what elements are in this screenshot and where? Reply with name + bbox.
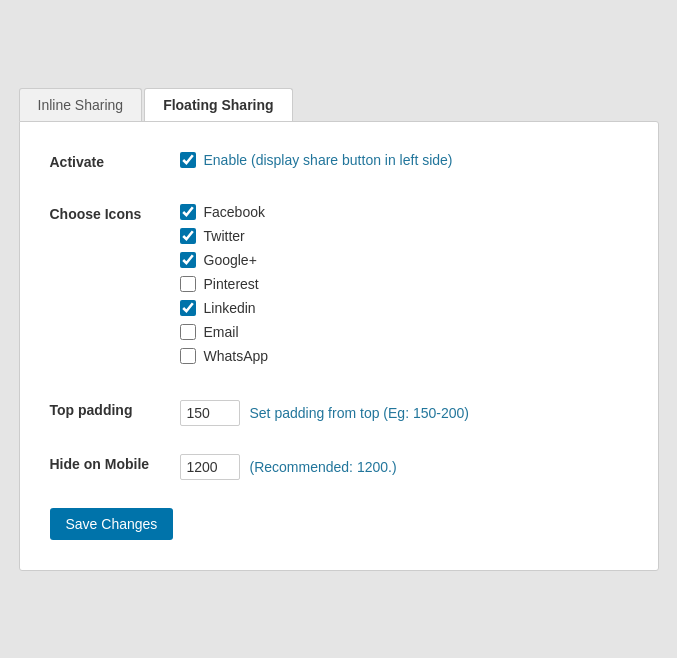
icon-facebook-item: Facebook [180, 204, 628, 220]
save-button-row: Save Changes [50, 508, 628, 540]
icons-list: Facebook Twitter Google+ Pinterest Linke… [180, 204, 628, 372]
icon-pinterest-label: Pinterest [204, 276, 259, 292]
icon-twitter-checkbox[interactable] [180, 228, 196, 244]
icon-googleplus-label: Google+ [204, 252, 257, 268]
icon-googleplus-item: Google+ [180, 252, 628, 268]
choose-icons-label: Choose Icons [50, 204, 180, 222]
icon-pinterest-item: Pinterest [180, 276, 628, 292]
icon-twitter-label: Twitter [204, 228, 245, 244]
icon-linkedin-checkbox[interactable] [180, 300, 196, 316]
icon-linkedin-label: Linkedin [204, 300, 256, 316]
tab-inline-sharing[interactable]: Inline Sharing [19, 88, 143, 121]
hide-on-mobile-content: (Recommended: 1200.) [180, 454, 628, 480]
save-button[interactable]: Save Changes [50, 508, 174, 540]
icon-email-label: Email [204, 324, 239, 340]
icon-whatsapp-checkbox[interactable] [180, 348, 196, 364]
top-padding-input[interactable] [180, 400, 240, 426]
activate-checkbox-item: Enable (display share button in left sid… [180, 152, 628, 168]
icon-facebook-checkbox[interactable] [180, 204, 196, 220]
icon-twitter-item: Twitter [180, 228, 628, 244]
hide-on-mobile-input[interactable] [180, 454, 240, 480]
icon-facebook-label: Facebook [204, 204, 265, 220]
top-padding-hint: Set padding from top (Eg: 150-200) [250, 405, 469, 421]
page-wrapper: Inline Sharing Floating Sharing Activate… [9, 78, 669, 581]
top-padding-label: Top padding [50, 400, 180, 418]
icon-whatsapp-label: WhatsApp [204, 348, 269, 364]
icon-googleplus-checkbox[interactable] [180, 252, 196, 268]
icon-whatsapp-item: WhatsApp [180, 348, 628, 364]
activate-content: Enable (display share button in left sid… [180, 152, 628, 176]
icon-linkedin-item: Linkedin [180, 300, 628, 316]
activate-row: Activate Enable (display share button in… [50, 152, 628, 176]
choose-icons-row: Choose Icons Facebook Twitter Google+ [50, 204, 628, 372]
icon-pinterest-checkbox[interactable] [180, 276, 196, 292]
hide-on-mobile-label: Hide on Mobile [50, 454, 180, 472]
top-padding-row: Top padding Set padding from top (Eg: 15… [50, 400, 628, 426]
floating-sharing-panel: Activate Enable (display share button in… [19, 121, 659, 571]
top-padding-content: Set padding from top (Eg: 150-200) [180, 400, 628, 426]
hide-on-mobile-row: Hide on Mobile (Recommended: 1200.) [50, 454, 628, 480]
icon-email-checkbox[interactable] [180, 324, 196, 340]
tabs-header: Inline Sharing Floating Sharing [19, 88, 659, 121]
tab-floating-sharing[interactable]: Floating Sharing [144, 88, 292, 121]
hide-on-mobile-input-row: (Recommended: 1200.) [180, 454, 628, 480]
activate-checkbox[interactable] [180, 152, 196, 168]
icon-email-item: Email [180, 324, 628, 340]
activate-enable-label: Enable (display share button in left sid… [204, 152, 453, 168]
hide-on-mobile-hint: (Recommended: 1200.) [250, 459, 397, 475]
activate-label: Activate [50, 152, 180, 170]
top-padding-input-row: Set padding from top (Eg: 150-200) [180, 400, 628, 426]
